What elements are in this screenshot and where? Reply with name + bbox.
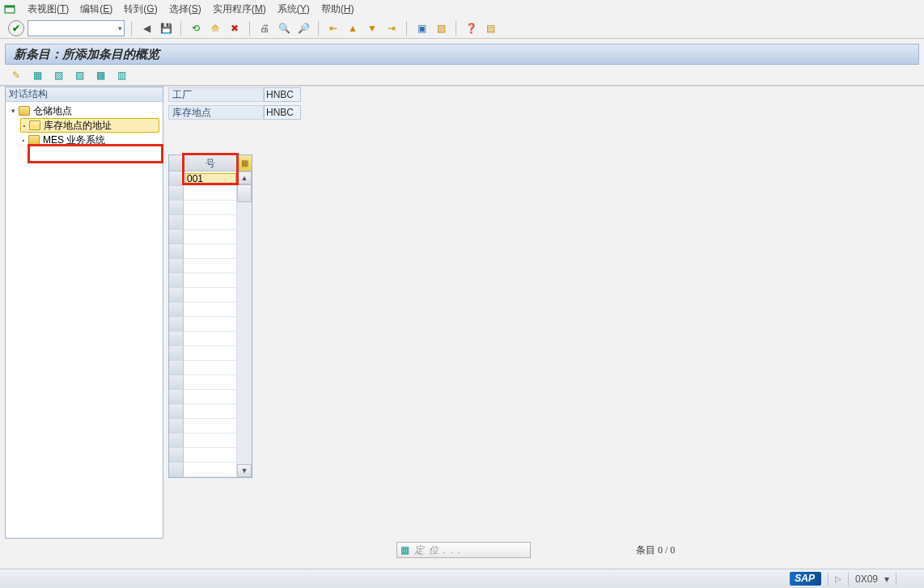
tree-node-storage-address[interactable]: • 库存地点的地址 bbox=[20, 118, 159, 133]
scroll-up-icon[interactable]: ▲ bbox=[237, 171, 252, 184]
grid-vscroll[interactable]: ▲ ▼ bbox=[237, 171, 252, 477]
select-all-icon[interactable]: ▦ bbox=[29, 67, 45, 83]
row-selector[interactable] bbox=[169, 419, 184, 434]
cell-empty[interactable] bbox=[184, 434, 237, 448]
cell-empty[interactable] bbox=[184, 288, 237, 302]
status-play[interactable]: ▷ bbox=[835, 574, 841, 583]
find-next-icon[interactable]: 🔎 bbox=[295, 20, 312, 36]
find-icon[interactable]: 🔍 bbox=[276, 20, 292, 36]
cell-empty[interactable] bbox=[184, 463, 237, 477]
back-icon[interactable]: ◀ bbox=[138, 20, 155, 36]
scroll-track[interactable] bbox=[237, 202, 252, 464]
row-selector[interactable] bbox=[169, 448, 184, 463]
row-selector[interactable] bbox=[169, 361, 184, 375]
position-button[interactable]: ▦ 定位... bbox=[396, 542, 531, 558]
table-row[interactable] bbox=[169, 171, 237, 186]
row-selector[interactable] bbox=[169, 404, 184, 419]
deselect-icon[interactable]: ▨ bbox=[71, 67, 87, 83]
table-row[interactable] bbox=[169, 332, 237, 346]
cell-empty[interactable] bbox=[184, 259, 237, 273]
row-selector[interactable] bbox=[169, 215, 184, 230]
grid-corner[interactable] bbox=[169, 155, 184, 171]
layout-icon[interactable]: ▤ bbox=[482, 20, 498, 36]
row-selector[interactable] bbox=[169, 317, 184, 332]
menu-edit[interactable]: 编辑(E) bbox=[80, 2, 112, 16]
cell-empty[interactable] bbox=[184, 346, 237, 361]
grid-col-number[interactable]: 号 bbox=[184, 155, 237, 171]
table-row[interactable] bbox=[169, 302, 237, 317]
menu-util[interactable]: 实用程序(M) bbox=[213, 2, 266, 16]
tree-node-mes[interactable]: • MES 业务系统 bbox=[20, 133, 163, 147]
exit-icon[interactable]: ⟰ bbox=[207, 20, 223, 36]
menu-select[interactable]: 选择(S) bbox=[169, 2, 201, 16]
table-row[interactable] bbox=[169, 463, 237, 477]
row-selector[interactable] bbox=[169, 463, 184, 477]
menu-system[interactable]: 系统(Y) bbox=[278, 2, 310, 16]
cell-empty[interactable] bbox=[184, 186, 237, 201]
row-selector[interactable] bbox=[169, 390, 184, 404]
table-row[interactable] bbox=[169, 317, 237, 332]
cell-empty[interactable] bbox=[184, 230, 237, 244]
row-selector[interactable] bbox=[169, 186, 184, 201]
cell-empty[interactable] bbox=[184, 317, 237, 332]
cell-empty[interactable] bbox=[184, 448, 237, 463]
cell-empty[interactable] bbox=[184, 332, 237, 346]
prev-page-icon[interactable]: ▲ bbox=[345, 20, 361, 36]
twisty-icon[interactable]: ▾ bbox=[9, 107, 17, 115]
cell-empty[interactable] bbox=[184, 404, 237, 419]
scroll-down-icon[interactable]: ▼ bbox=[237, 464, 252, 477]
change-icon[interactable]: ✎ bbox=[8, 67, 24, 83]
menu-help[interactable]: 帮助(H) bbox=[321, 2, 354, 16]
table-row[interactable] bbox=[169, 434, 237, 448]
table-row[interactable] bbox=[169, 201, 237, 215]
help-icon[interactable]: ❓ bbox=[463, 20, 479, 36]
grid-config-icon[interactable]: ▦ bbox=[237, 155, 252, 171]
last-page-icon[interactable]: ⇥ bbox=[384, 20, 400, 36]
print-app-icon[interactable]: ▥ bbox=[113, 67, 129, 83]
row-selector[interactable] bbox=[169, 201, 184, 215]
table-row[interactable] bbox=[169, 186, 237, 201]
command-field[interactable]: ▾ bbox=[28, 20, 125, 36]
cell-empty[interactable] bbox=[184, 244, 237, 259]
cell-empty[interactable] bbox=[184, 419, 237, 434]
cell-empty[interactable] bbox=[184, 201, 237, 215]
table-row[interactable] bbox=[169, 244, 237, 259]
cell-empty[interactable] bbox=[184, 273, 237, 288]
save-icon[interactable]: 💾 bbox=[158, 20, 174, 36]
row-selector[interactable] bbox=[169, 434, 184, 448]
cell-empty[interactable] bbox=[184, 375, 237, 390]
cell-empty[interactable] bbox=[184, 361, 237, 375]
config-icon[interactable]: ▩ bbox=[92, 67, 108, 83]
table-row[interactable] bbox=[169, 375, 237, 390]
print-icon[interactable]: 🖨 bbox=[256, 20, 273, 36]
table-row[interactable] bbox=[169, 361, 237, 375]
next-page-icon[interactable]: ▼ bbox=[364, 20, 380, 36]
row-selector[interactable] bbox=[169, 302, 184, 317]
first-page-icon[interactable]: ⇤ bbox=[325, 20, 341, 36]
table-row[interactable] bbox=[169, 419, 237, 434]
table-row[interactable] bbox=[169, 346, 237, 361]
cell-empty[interactable] bbox=[184, 215, 237, 230]
cell-empty[interactable] bbox=[184, 390, 237, 404]
row-selector[interactable] bbox=[169, 259, 184, 273]
number-input[interactable] bbox=[185, 173, 236, 184]
row-selector[interactable] bbox=[169, 375, 184, 390]
row-selector[interactable] bbox=[169, 171, 184, 186]
table-row[interactable] bbox=[169, 448, 237, 463]
shortcut-icon[interactable]: ▧ bbox=[433, 20, 449, 36]
table-row[interactable] bbox=[169, 390, 237, 404]
row-selector[interactable] bbox=[169, 273, 184, 288]
menu-goto[interactable]: 转到(G) bbox=[124, 2, 157, 16]
back-green-icon[interactable]: ⟲ bbox=[188, 20, 204, 36]
table-row[interactable] bbox=[169, 259, 237, 273]
new-session-icon[interactable]: ▣ bbox=[413, 20, 430, 36]
row-selector[interactable] bbox=[169, 346, 184, 361]
row-selector[interactable] bbox=[169, 288, 184, 302]
status-arrow-icon[interactable]: ▾ bbox=[884, 573, 889, 585]
scroll-thumb[interactable] bbox=[237, 184, 252, 202]
row-selector[interactable] bbox=[169, 244, 184, 259]
table-row[interactable] bbox=[169, 215, 237, 230]
cell-number-0[interactable] bbox=[184, 171, 237, 186]
tree-node-storage-loc[interactable]: ▾ 仓储地点 bbox=[9, 104, 163, 118]
row-selector[interactable] bbox=[169, 332, 184, 346]
